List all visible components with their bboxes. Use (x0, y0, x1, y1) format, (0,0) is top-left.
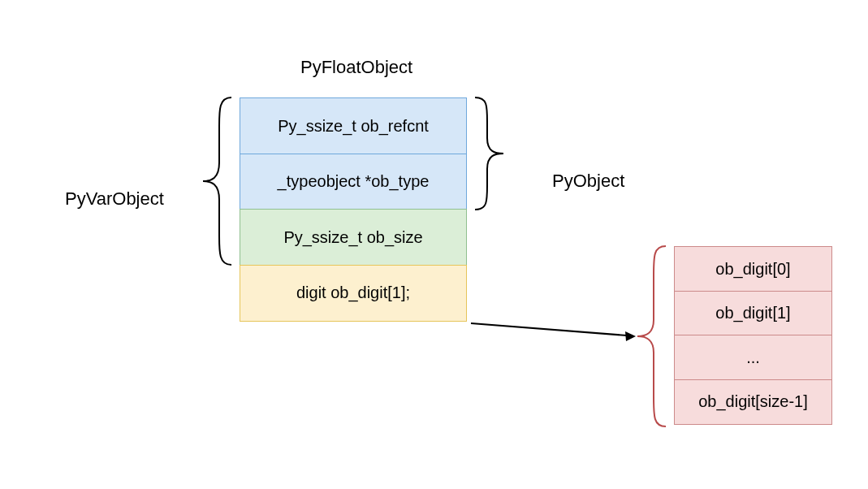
struct-cell: Py_ssize_t ob_refcnt (240, 97, 467, 154)
svg-marker-1 (625, 331, 636, 341)
struct-stack: Py_ssize_t ob_refcnt _typeobject *ob_typ… (240, 97, 467, 322)
struct-cell: _typeobject *ob_type (240, 154, 467, 210)
digit-cell: ob_digit[size-1] (674, 379, 832, 425)
digit-cell: ob_digit[0] (674, 246, 832, 292)
arrow-icon (471, 323, 636, 341)
digit-cell: ob_digit[1] (674, 291, 832, 336)
struct-cell: digit ob_digit[1]; (240, 265, 467, 322)
digit-brace-icon (637, 246, 666, 426)
left-brace-icon (203, 97, 231, 265)
struct-cell: Py_ssize_t ob_size (240, 209, 467, 266)
right-group-label: PyObject (552, 171, 624, 192)
digit-cell: ... (674, 335, 832, 380)
left-group-label: PyVarObject (65, 188, 164, 210)
right-brace-icon (475, 97, 503, 210)
svg-line-0 (471, 323, 627, 335)
digit-array-stack: ob_digit[0] ob_digit[1] ... ob_digit[siz… (674, 246, 832, 425)
title-label: PyFloatObject (300, 57, 412, 78)
